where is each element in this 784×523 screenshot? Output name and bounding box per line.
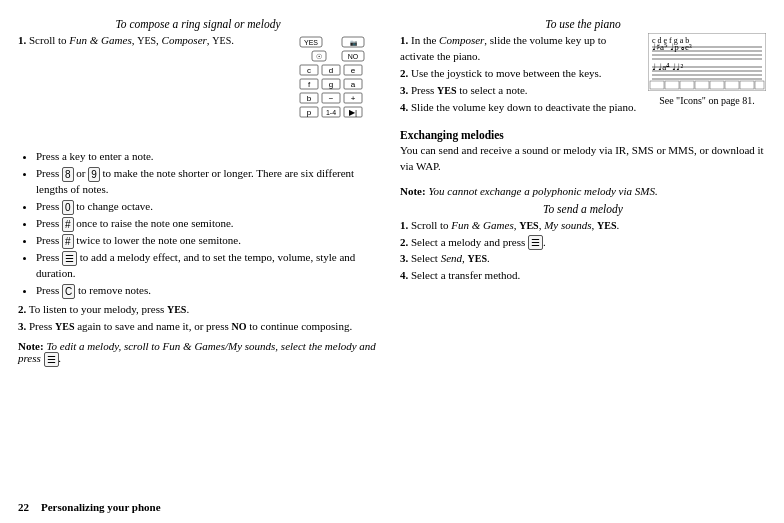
bullet-7: Press C to remove notes. [36,283,378,299]
svg-text:NO: NO [348,53,359,60]
footer-label: Personalizing your phone [41,501,161,513]
svg-text:b: b [307,94,312,103]
svg-text:c: c [307,66,311,75]
svg-text:♩♯a⁵ ♩p ₒe³: ♩♯a⁵ ♩p ₒe³ [652,42,692,52]
bullet-6: Press ☰ to add a melody effect, and to s… [36,250,378,282]
svg-rect-44 [650,81,664,89]
page-number: 22 [18,501,29,513]
svg-text:1-4: 1-4 [326,109,336,116]
svg-text:☉: ☉ [316,53,322,60]
svg-rect-50 [740,81,754,89]
left-section-title: To compose a ring signal or melody [18,18,378,30]
piano-diagram: c d e f g a b ♩♯a⁵ ♩p ₒe³ ♩ ♩a⁴ ♩♩² [648,33,766,106]
svg-text:▶|: ▶| [349,108,357,117]
left-step-1: 1. Scroll to Fun & Games, YES, Composer,… [18,33,290,49]
svg-text:g: g [329,80,333,89]
left-note: Note: To edit a melody, scroll to Fun & … [18,340,378,367]
svg-rect-51 [755,81,764,89]
svg-rect-46 [680,81,694,89]
svg-text:d: d [329,66,333,75]
see-caption: See "Icons" on page 81. [648,95,766,106]
send-step-3: 3. Select Send, YES. [400,251,766,267]
svg-text:−: − [329,94,334,103]
right-step-3: 3. Press YES to select a note. [400,83,640,99]
exchanging-melodies-body: You can send and receive a sound or melo… [400,143,766,175]
svg-text:YES: YES [304,39,318,46]
bullet-1: Press a key to enter a note. [36,149,378,165]
svg-rect-48 [710,81,724,89]
svg-rect-45 [665,81,679,89]
exchanging-melodies-heading: Exchanging melodies [400,129,766,141]
svg-text:p: p [307,108,312,117]
right-section-title: To use the piano [400,18,766,30]
svg-rect-47 [695,81,709,89]
send-step-1: 1. Scroll to Fun & Games, YES, My sounds… [400,218,766,234]
left-step-3: 3. Press YES again to save and name it, … [18,319,378,335]
svg-text:+: + [351,94,356,103]
left-step-2: 2. To listen to your melody, press YES. [18,302,378,318]
svg-text:📷: 📷 [350,39,358,47]
bullet-list: Press a key to enter a note. Press 8 or … [18,149,378,299]
bullet-2: Press 8 or 9 to make the note shorter or… [36,166,378,198]
send-melody-title: To send a melody [400,203,766,215]
send-step-4: 4. Select a transfer method. [400,268,766,284]
bullet-3: Press 0 to change octave. [36,199,378,215]
svg-text:e: e [351,66,356,75]
svg-text:a: a [351,80,356,89]
right-step-4: 4. Slide the volume key down to deactiva… [400,100,640,116]
send-step-2: 2. Select a melody and press ☰. [400,235,766,251]
keypad-diagram: YES 📷 ☉ NO c d e [298,35,370,147]
bullet-5: Press # twice to lower the note one semi… [36,233,378,249]
svg-text:♩ ♩a⁴ ♩♩²: ♩ ♩a⁴ ♩♩² [652,62,683,72]
right-step-2: 2. Use the joystick to move between the … [400,66,640,82]
bullet-4: Press # once to raise the note one semit… [36,216,378,232]
right-step-1: 1. In the Composer, slide the volume key… [400,33,640,65]
right-note: Note: You cannot exchange a polyphonic m… [400,185,766,197]
svg-rect-49 [725,81,739,89]
